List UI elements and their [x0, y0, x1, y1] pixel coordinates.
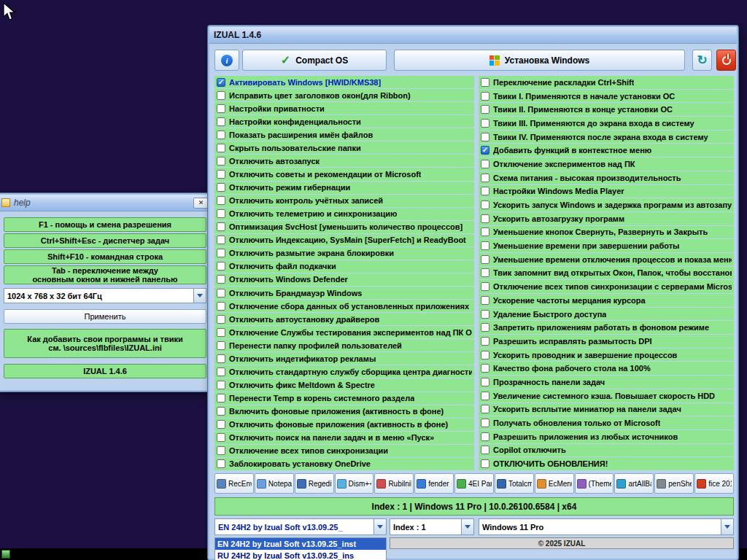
index-combo[interactable]: Index : 1 [390, 518, 474, 535]
tweak-row[interactable]: Твик запомнит вид открытых Окон, Папок, … [479, 267, 734, 280]
tweak-row[interactable]: Отключить индетификатор рекламы [214, 352, 474, 365]
tweak-row[interactable]: Отключение всех типов синхронизации [214, 445, 474, 457]
tool-button-startallback[interactable]: artAllBa [614, 473, 654, 494]
checkbox-unchecked[interactable] [217, 117, 225, 126]
tweak-row[interactable]: Отключение экспериментов над ПК [479, 158, 734, 171]
checkbox-unchecked[interactable] [217, 236, 225, 244]
tool-button-notepad[interactable]: Notepad [255, 473, 294, 494]
tweak-row[interactable]: Твики I. Применяются в начале установки … [479, 90, 734, 103]
tweak-row[interactable]: Разрешить исправлять размытость DPI [479, 335, 734, 348]
tweak-row[interactable]: Получать обновления только от Microsoft [479, 416, 734, 429]
tweak-row[interactable]: Отключение всех типов синхронизации с се… [479, 280, 734, 293]
checkbox-unchecked[interactable] [481, 446, 489, 454]
checkbox-unchecked[interactable] [481, 432, 489, 441]
tool-button-dism[interactable]: Dism++ [335, 473, 374, 494]
checkbox-unchecked[interactable] [217, 394, 225, 402]
checkbox-unchecked[interactable] [481, 296, 489, 305]
checkbox-unchecked[interactable] [217, 104, 225, 113]
tweak-row[interactable]: Отключить советы и рекомендации от Micro… [214, 168, 474, 180]
checkbox-unchecked[interactable] [217, 341, 225, 350]
checkbox-unchecked[interactable] [217, 157, 225, 166]
tool-button-defender-remover[interactable]: fender Re [414, 473, 454, 494]
checkbox-unchecked[interactable] [217, 328, 225, 337]
tweak-row[interactable]: Перенести папку профилей пользователей [214, 339, 474, 351]
tweak-row[interactable]: Уменьшение кнопок Свернуть, Развернуть и… [479, 226, 734, 239]
checkbox-unchecked[interactable] [217, 144, 225, 152]
tweak-row[interactable]: Ускорить автозагрузку программ [479, 212, 734, 225]
tweak-row[interactable]: Настройки приватности [214, 102, 474, 114]
tweak-row[interactable]: Добавить функций в контекстное меню [479, 144, 734, 157]
checkbox-unchecked[interactable] [217, 433, 225, 442]
checkbox-unchecked[interactable] [481, 419, 489, 427]
tweak-row[interactable]: Copilot отключить [479, 444, 734, 457]
checkbox-unchecked[interactable] [217, 183, 225, 192]
tweak-row[interactable]: Ускорение частоты мерцания курсора [479, 294, 734, 307]
checkbox-unchecked[interactable] [217, 407, 225, 416]
edition-combo[interactable]: Windows 11 Pro [479, 518, 734, 535]
checkbox-unchecked[interactable] [217, 209, 225, 218]
checkbox-unchecked[interactable] [217, 196, 225, 205]
checkbox-unchecked[interactable] [217, 459, 225, 468]
checkbox-unchecked[interactable] [481, 255, 489, 264]
checkbox-unchecked[interactable] [481, 241, 489, 250]
tweak-row[interactable]: Отключить фикс Meltdown & Spectre [214, 378, 474, 391]
tool-button-regedit[interactable]: Regedit [295, 473, 334, 494]
chevron-down-icon[interactable] [374, 519, 386, 534]
checkbox-unchecked[interactable] [481, 282, 489, 291]
checkbox-unchecked[interactable] [481, 405, 489, 413]
checkbox-unchecked[interactable] [481, 378, 489, 386]
hotkey-item[interactable]: F1 - помощь и смена разрешения [4, 217, 206, 232]
tray-icon[interactable] [1, 550, 10, 559]
tool-button-rubilnik[interactable]: Rubilnik-: [374, 473, 414, 494]
tweak-row[interactable]: Показать расширения имён файлов [214, 128, 474, 141]
tweak-row[interactable]: Увеличение системного кэша. Повышает ско… [479, 389, 734, 402]
checkbox-unchecked[interactable] [481, 92, 489, 101]
tweak-row[interactable]: Твики II. Применяются в конце установки … [479, 103, 734, 116]
checkbox-unchecked[interactable] [481, 351, 489, 359]
compact-os-button[interactable]: Compact OS [242, 50, 387, 71]
hotkey-item[interactable]: Shift+F10 - командная строка [4, 249, 206, 264]
chevron-down-icon[interactable] [193, 289, 206, 303]
tweak-row[interactable]: Уменьшение времени при завершении работы [479, 239, 734, 252]
tweak-row[interactable]: Перенести Temp в корень системного разде… [214, 392, 474, 405]
tweak-row[interactable]: Отключить режим гибернации [214, 182, 474, 194]
checkbox-unchecked[interactable] [217, 446, 225, 455]
tweak-row[interactable]: Отключить телеметрию и синхронизацию [214, 208, 474, 220]
checkbox-unchecked[interactable] [481, 105, 489, 114]
checkbox-unchecked[interactable] [217, 262, 225, 271]
checkbox-unchecked[interactable] [217, 170, 225, 179]
checkbox-unchecked[interactable] [217, 289, 225, 298]
tweak-row[interactable]: Отключить Windows Defender [214, 273, 474, 286]
checkbox-unchecked[interactable] [217, 222, 225, 231]
tweak-row[interactable]: Качество фона рабочего стола на 100% [479, 362, 734, 375]
tweak-row[interactable]: Отключить контроль учётных записей [214, 195, 474, 207]
image-list-item[interactable]: EN 24H2 by Izual Soft v13.09.25_inst [215, 538, 386, 550]
checkbox-unchecked[interactable] [481, 268, 489, 277]
image-combo[interactable]: EN 24H2 by Izual Soft v13.09.25_ [214, 518, 387, 535]
tool-button-totalcmd[interactable]: Totalcm [495, 473, 534, 494]
tweak-row[interactable]: Разрешить приложения из любых источников [479, 430, 734, 443]
checkbox-unchecked[interactable] [217, 315, 225, 324]
checkbox-unchecked[interactable] [481, 459, 489, 468]
tool-button-ecmenu[interactable]: EcMenu_v [535, 473, 574, 494]
checkbox-unchecked[interactable] [481, 187, 489, 195]
refresh-button[interactable] [692, 50, 712, 71]
tweak-row[interactable]: Настройки Windows Media Player [479, 185, 734, 198]
tweak-row[interactable]: Схема питания - высокая производительнос… [479, 171, 734, 184]
help-window-titlebar[interactable]: help [0, 195, 213, 211]
checkbox-unchecked[interactable] [481, 228, 489, 236]
tweak-row[interactable]: Отключить Индексацию, SysMain [SuperFetc… [214, 234, 474, 246]
tweak-row[interactable]: Ускорить запуск Windows и задержка прогр… [479, 198, 734, 211]
tweak-row[interactable]: Отключить поиск на панели задач и в меню… [214, 432, 474, 444]
tool-button-recenv[interactable]: RecEnv [214, 473, 254, 494]
checkbox-unchecked[interactable] [481, 214, 489, 223]
tool-button-themepack[interactable]: (ThemePa [575, 473, 614, 494]
tweak-row[interactable]: Твики IV. Применяются после экрана входа… [479, 131, 734, 144]
checkbox-unchecked[interactable] [217, 354, 225, 363]
tweak-row[interactable]: Отключить автозапуск [214, 155, 474, 167]
checkbox-checked[interactable] [217, 78, 225, 87]
main-window-titlebar[interactable]: IZUAL 1.4.6 [209, 27, 737, 44]
chevron-down-icon[interactable] [721, 519, 733, 534]
tweak-row[interactable]: Активировать Windows [HWID/KMS38] [214, 76, 474, 88]
checkbox-unchecked[interactable] [217, 275, 225, 284]
